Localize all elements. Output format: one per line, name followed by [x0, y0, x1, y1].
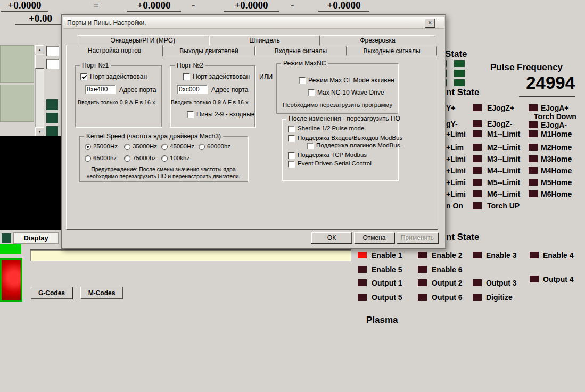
maxnc10-wave-label: Max NC-10 Wave Drive: [317, 89, 384, 96]
tab-output-signals[interactable]: Выходные сигналы: [347, 46, 437, 56]
port1-address-input[interactable]: [85, 85, 116, 94]
dro-readout[interactable]: +0.0000: [127, 0, 181, 12]
kernel-75000hz-radio[interactable]: [124, 155, 130, 162]
kernel-45000hz-radio[interactable]: [161, 144, 168, 150]
mach3-main-window: +0.0000 = +0.0000 - +0.0000 - +0.0000 +0…: [0, 0, 585, 392]
maxnc10-wave-checkbox[interactable]: [308, 89, 315, 96]
led-indicator: [454, 79, 465, 86]
port2-pins-input-checkbox[interactable]: [187, 111, 194, 118]
event-serial-label: Event Driven Serial Control: [298, 160, 372, 166]
modbus-plugin-checkbox[interactable]: [307, 143, 314, 149]
kernel-60000hz-label: 60000hz: [207, 143, 230, 149]
scroll-down-button[interactable]: ▼: [35, 127, 44, 136]
port2-enabled-checkbox[interactable]: [183, 73, 190, 80]
signal-label: +Limi: [446, 190, 466, 198]
led-indicator: [46, 99, 58, 110]
display-button[interactable]: Display: [13, 232, 59, 244]
led-indicator: [358, 294, 367, 301]
signal-label: +Limi: [446, 155, 466, 163]
mcodes-button[interactable]: M-Codes: [80, 287, 123, 299]
signal-label: M5Home: [541, 178, 572, 187]
led-indicator: [358, 279, 367, 286]
ok-button[interactable]: ОК: [311, 232, 352, 243]
port2-address-input[interactable]: [177, 85, 208, 94]
signal-label: +Lim: [446, 143, 464, 152]
led-indicator: [2, 233, 11, 243]
led-indicator: [529, 190, 538, 197]
tab-port-setup[interactable]: Настройка портов: [66, 45, 163, 56]
maxcl-mode-checkbox[interactable]: [299, 77, 306, 84]
led-indicator: [529, 167, 538, 174]
led-indicator: [418, 279, 427, 286]
signal-label: M4Home: [541, 166, 572, 175]
dro-readout[interactable]: +0.0000: [224, 0, 279, 12]
port2-pins-input-label: Пины 2-9 - входные: [196, 111, 255, 118]
maxcl-mode-label: Режим Max CL Mode активен: [308, 77, 394, 84]
modbus-io-checkbox[interactable]: [288, 135, 295, 142]
signal-label: Torch UP: [487, 202, 520, 210]
led-indicator: [454, 60, 465, 67]
tcp-modbus-checkbox[interactable]: [288, 152, 295, 159]
signal-label: M2Home: [541, 143, 572, 152]
tab-mill-options[interactable]: Фрезеровка: [320, 35, 435, 46]
led-indicator: [473, 252, 482, 258]
port1-enabled-checkbox[interactable]: [80, 73, 87, 80]
tab-label: Энкодеры/РГИ (MPG): [111, 37, 175, 44]
port2-hint: Вводить только 0-9 A-F в 16-х: [171, 99, 248, 105]
kernel-65000hz-label: 65000hz: [93, 155, 117, 161]
kernel-35000hz-radio[interactable]: [124, 144, 130, 150]
gcodes-button[interactable]: G-Codes: [31, 287, 72, 299]
close-button[interactable]: ✕: [425, 19, 435, 27]
kernel-100khz-radio[interactable]: [161, 155, 168, 162]
led-indicator: [473, 130, 482, 137]
kernel-75000hz-label: 75000hz: [133, 155, 156, 161]
signal-label: M5--Limit: [487, 178, 520, 187]
led-indicator: [529, 130, 538, 137]
led-indicator: [473, 120, 482, 127]
tab-motor-outputs[interactable]: Выходы двигателей: [163, 46, 255, 56]
led-indicator: [473, 155, 482, 162]
dro-readout[interactable]: +0.00: [15, 13, 63, 25]
modbus-io-label: Поддержка Входов/Выходов ModBus: [298, 135, 402, 141]
maxnc-note: Необходимо перезагрузить программу: [281, 102, 394, 108]
dro-readout[interactable]: +0.0000: [1, 0, 48, 12]
dro-operator: -: [192, 0, 195, 11]
led-indicator: [529, 121, 538, 128]
led-indicator: [529, 155, 538, 162]
signal-label: EJogA-: [541, 121, 567, 129]
led-indicator: [529, 104, 538, 111]
signal-label: Enable 1: [372, 251, 402, 260]
sherline-pulse-checkbox[interactable]: [288, 126, 295, 132]
led-indicator: [473, 167, 482, 174]
dialog-titlebar[interactable]: Порты и Пины. Настройки.: [63, 17, 444, 29]
maxnc-legend: Режим MaxNC: [281, 60, 328, 67]
state-heading: State: [445, 49, 467, 60]
status-message-field[interactable]: [30, 249, 351, 261]
dro-readout[interactable]: +0.0000: [318, 0, 369, 12]
signal-label: +Limi: [446, 166, 466, 175]
tab-encoders-mpg[interactable]: Энкодеры/РГИ (MPG): [77, 35, 209, 46]
tab-spindle[interactable]: Шпиндель: [209, 35, 320, 46]
scroll-up-icon: ▲: [38, 48, 42, 52]
dro-operator: =: [93, 0, 99, 11]
apply-button[interactable]: Применить: [397, 232, 438, 243]
tab-label: Шпиндель: [249, 37, 279, 44]
kernel-65000hz-radio[interactable]: [85, 155, 91, 162]
led-indicator: [473, 294, 482, 301]
kernel-60000hz-radio[interactable]: [199, 144, 205, 150]
scrollbar-thumb[interactable]: [35, 55, 44, 69]
event-serial-checkbox[interactable]: [288, 161, 295, 168]
signal-label: Output 3: [486, 279, 517, 287]
signal-label: Output 2: [432, 279, 463, 287]
tab-input-signals[interactable]: Входные сигналы: [255, 46, 347, 56]
signal-label: EJogA+: [541, 104, 569, 112]
axis-display-panel: [0, 45, 34, 83]
scroll-up-button[interactable]: ▲: [35, 45, 44, 54]
current-state-heading: nt State: [446, 87, 479, 98]
kernel-25000hz-radio[interactable]: [85, 144, 91, 150]
signal-label: EJogZ-: [487, 120, 512, 128]
signal-label: M2--Limit: [487, 143, 520, 152]
dro-operator: -: [291, 0, 294, 11]
cancel-button[interactable]: Отмена: [354, 232, 394, 243]
emergency-stop-button[interactable]: [0, 258, 22, 302]
